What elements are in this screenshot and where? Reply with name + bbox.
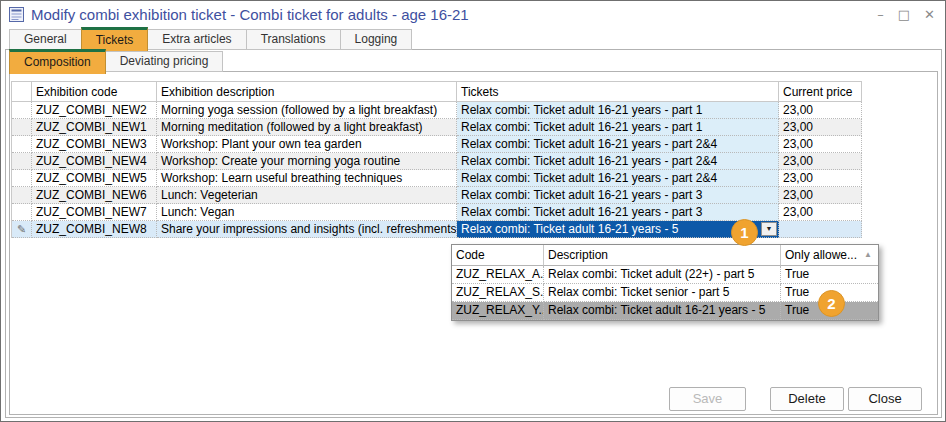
annotation-badge-1: 1 <box>731 219 758 246</box>
dropdown-column-description[interactable]: Description <box>544 245 781 266</box>
row-indicator <box>12 119 32 136</box>
cell-exhibition-code[interactable]: ZUZ_COMBI_NEW1 <box>32 119 157 136</box>
cell-exhibition-code[interactable]: ZUZ_COMBI_NEW4 <box>32 153 157 170</box>
cell-exhibition-description[interactable]: Workshop: Plant your own tea garden <box>157 136 457 153</box>
cell-exhibition-code[interactable]: ZUZ_COMBI_NEW6 <box>32 187 157 204</box>
cell-exhibition-code[interactable]: ZUZ_COMBI_NEW5 <box>32 170 157 187</box>
tab-translations[interactable]: Translations <box>246 29 341 50</box>
dropdown-cell-code[interactable]: ZUZ_RELAX_A... <box>452 266 544 284</box>
cell-exhibition-description[interactable]: Lunch: Vegeterian <box>157 187 457 204</box>
cell-exhibition-description[interactable]: Workshop: Learn useful breathing techniq… <box>157 170 457 187</box>
tab-general[interactable]: General <box>9 29 82 50</box>
cell-current-price[interactable]: 23,00 <box>779 119 862 136</box>
dropdown-row[interactable]: ZUZ_RELAX_S... Relax combi: Ticket senio… <box>452 284 878 302</box>
tab-composition[interactable]: Composition <box>9 49 106 74</box>
column-header-exhibition-description[interactable]: Exhibition description <box>157 81 457 102</box>
modify-combi-ticket-dialog: Modify combi exhibition ticket - Combi t… <box>0 0 946 422</box>
maximize-icon[interactable]: □ <box>898 8 910 21</box>
cell-tickets[interactable]: Relax combi: Ticket adult 16-21 years - … <box>457 102 779 119</box>
tab-extra-articles[interactable]: Extra articles <box>147 29 246 50</box>
window-controls: – □ ✕ <box>877 1 935 28</box>
table-row[interactable]: ZUZ_COMBI_NEW5 Workshop: Learn useful br… <box>12 170 862 187</box>
composition-grid: Exhibition code Exhibition description T… <box>11 81 862 238</box>
row-indicator <box>12 136 32 153</box>
dropdown-row-selected[interactable]: ZUZ_RELAX_Y... Relax combi: Ticket adult… <box>452 302 878 320</box>
cell-current-price[interactable] <box>779 221 862 238</box>
dropdown-button[interactable]: ▼ <box>761 222 777 236</box>
close-icon[interactable]: ✕ <box>924 8 935 21</box>
dropdown-cell-description[interactable]: Relax combi: Ticket adult (22+) - part 5 <box>544 266 781 284</box>
table-row[interactable]: ZUZ_COMBI_NEW7 Lunch: Vegan Relax combi:… <box>12 204 862 221</box>
page-title: Modify combi exhibition ticket - Combi t… <box>31 1 469 28</box>
cell-tickets[interactable]: Relax combi: Ticket adult 16-21 years - … <box>457 119 779 136</box>
dropdown-column-code[interactable]: Code <box>452 245 544 266</box>
tickets-editor-value: Relax combi: Ticket adult 16-21 years - … <box>461 222 678 236</box>
sort-ascending-icon: ▲ <box>864 245 874 265</box>
column-header-tickets[interactable]: Tickets <box>457 81 779 102</box>
row-indicator <box>12 170 32 187</box>
title-bar: Modify combi exhibition ticket - Combi t… <box>1 1 945 28</box>
dropdown-header-row: Code Description Only allowe... ▲ <box>452 245 878 266</box>
cell-tickets[interactable]: Relax combi: Ticket adult 16-21 years - … <box>457 153 779 170</box>
ticket-lookup-dropdown: Code Description Only allowe... ▲ ZUZ_RE… <box>451 244 879 321</box>
cell-current-price[interactable]: 23,00 <box>779 136 862 153</box>
cell-current-price[interactable]: 23,00 <box>779 170 862 187</box>
cell-tickets[interactable]: Relax combi: Ticket adult 16-21 years - … <box>457 136 779 153</box>
save-button[interactable]: Save <box>669 387 746 411</box>
cell-current-price[interactable]: 23,00 <box>779 102 862 119</box>
dropdown-cell-code[interactable]: ZUZ_RELAX_Y... <box>452 302 544 320</box>
table-row[interactable]: ZUZ_COMBI_NEW1 Morning meditation (follo… <box>12 119 862 136</box>
cell-current-price[interactable]: 23,00 <box>779 153 862 170</box>
cell-exhibition-description[interactable]: Lunch: Vegan <box>157 204 457 221</box>
cell-exhibition-code[interactable]: ZUZ_COMBI_NEW8 <box>32 221 157 238</box>
row-indicator <box>12 153 32 170</box>
tab-deviating-pricing[interactable]: Deviating pricing <box>105 51 224 72</box>
row-indicator-header <box>12 81 32 102</box>
chevron-down-icon: ▼ <box>766 225 773 232</box>
dropdown-column-only-allowed[interactable]: Only allowe... ▲ <box>781 245 878 266</box>
row-indicator: ✎ <box>12 221 32 238</box>
table-row[interactable]: ZUZ_COMBI_NEW2 Morning yoga session (fol… <box>12 102 862 119</box>
cell-tickets[interactable]: Relax combi: Ticket adult 16-21 years - … <box>457 170 779 187</box>
dropdown-cell-description[interactable]: Relax combi: Ticket senior - part 5 <box>544 284 781 302</box>
column-header-exhibition-code[interactable]: Exhibition code <box>32 81 157 102</box>
grid-header-row: Exhibition code Exhibition description T… <box>12 81 862 102</box>
annotation-badge-2: 2 <box>818 290 845 317</box>
edit-pencil-icon: ✎ <box>17 221 26 237</box>
cell-exhibition-description[interactable]: Morning yoga session (followed by a ligh… <box>157 102 457 119</box>
row-indicator <box>12 187 32 204</box>
cell-tickets[interactable]: Relax combi: Ticket adult 16-21 years - … <box>457 204 779 221</box>
dropdown-cell-code[interactable]: ZUZ_RELAX_S... <box>452 284 544 302</box>
row-indicator <box>12 102 32 119</box>
tab-logging[interactable]: Logging <box>340 29 413 50</box>
minimize-icon[interactable]: – <box>877 8 884 21</box>
dropdown-cell-description[interactable]: Relax combi: Ticket adult 16-21 years - … <box>544 302 781 320</box>
sub-tab-strip: Composition Deviating pricing <box>9 51 223 74</box>
cell-exhibition-description[interactable]: Share your impressions and insights (inc… <box>157 221 457 238</box>
cell-current-price[interactable]: 23,00 <box>779 187 862 204</box>
table-row[interactable]: ZUZ_COMBI_NEW3 Workshop: Plant your own … <box>12 136 862 153</box>
grid-body: ZUZ_COMBI_NEW2 Morning yoga session (fol… <box>12 102 862 238</box>
column-header-current-price[interactable]: Current price <box>779 81 862 102</box>
form-icon <box>9 7 24 22</box>
dropdown-cell-allowed[interactable]: True <box>781 266 878 284</box>
cell-exhibition-code[interactable]: ZUZ_COMBI_NEW2 <box>32 102 157 119</box>
delete-button[interactable]: Delete <box>770 387 844 411</box>
cell-exhibition-code[interactable]: ZUZ_COMBI_NEW3 <box>32 136 157 153</box>
cell-current-price[interactable]: 23,00 <box>779 204 862 221</box>
dropdown-row[interactable]: ZUZ_RELAX_A... Relax combi: Ticket adult… <box>452 266 878 284</box>
table-row[interactable]: ZUZ_COMBI_NEW4 Workshop: Create your mor… <box>12 153 862 170</box>
cell-exhibition-description[interactable]: Workshop: Create your morning yoga routi… <box>157 153 457 170</box>
table-row[interactable]: ZUZ_COMBI_NEW6 Lunch: Vegeterian Relax c… <box>12 187 862 204</box>
row-indicator <box>12 204 32 221</box>
close-button[interactable]: Close <box>848 387 922 411</box>
cell-tickets[interactable]: Relax combi: Ticket adult 16-21 years - … <box>457 187 779 204</box>
cell-exhibition-code[interactable]: ZUZ_COMBI_NEW7 <box>32 204 157 221</box>
cell-exhibition-description[interactable]: Morning meditation (followed by a light … <box>157 119 457 136</box>
